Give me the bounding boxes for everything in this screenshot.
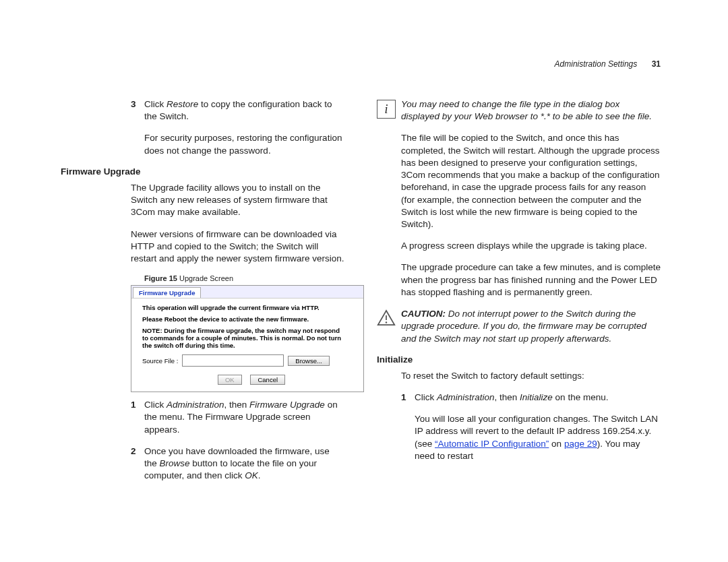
header-page-number: 31 (652, 59, 661, 69)
figure-cancel-button[interactable]: Cancel (250, 375, 285, 385)
caution-icon (377, 309, 396, 328)
step-3-note: For security purposes, restoring the con… (131, 132, 344, 156)
figure-15-caption: Figure 15 Upgrade Screen (144, 274, 344, 282)
automatic-ip-link[interactable]: “Automatic IP Configuration” (435, 439, 549, 449)
firmware-step-2: 2 Once you have downloaded the firmware,… (131, 445, 344, 482)
info-icon: i (377, 100, 396, 119)
figure-note: NOTE: During the firmware upgrade, the s… (142, 327, 344, 349)
progress-screen-paragraph: A progress screen displays while the upg… (401, 240, 661, 252)
svg-point-2 (386, 321, 387, 323)
figure-line-2: Please Reboot the device to activate the… (142, 315, 361, 323)
initialize-note: You will lose all your configuration cha… (401, 413, 661, 462)
firmware-upgrade-heading: Firmware Upgrade (61, 166, 344, 177)
figure-browse-button[interactable]: Browse... (288, 356, 330, 366)
header-section: Administration Settings (555, 59, 638, 69)
firmware-paragraph-2: Newer versions of firmware can be downlo… (131, 228, 344, 266)
figure-line-1: This operation will upgrade the current … (142, 304, 361, 311)
right-column: i You may need to change the file type i… (377, 98, 661, 492)
left-column: 3 Click Restore to copy the configuratio… (61, 98, 344, 492)
figure-ok-button[interactable]: OK (218, 375, 242, 385)
figure-source-input[interactable] (182, 354, 284, 367)
file-type-note: You may need to change the file type in … (401, 98, 661, 123)
figure-tab: Firmware Upgrade (133, 287, 201, 298)
caution-text: CAUTION: Do not interrupt power to the S… (401, 308, 661, 345)
step-3: 3 Click Restore to copy the configuratio… (131, 98, 344, 123)
figure-source-label: Source File : (142, 357, 178, 365)
initialize-heading: Initialize (377, 354, 661, 365)
upgrade-duration-paragraph: The upgrade procedure can take a few min… (401, 261, 661, 299)
initialize-intro: To reset the Switch to factory default s… (401, 370, 661, 382)
step-3-number: 3 (131, 98, 144, 123)
firmware-step-1: 1 Click Administration, then Firmware Up… (131, 399, 344, 436)
page-29-link[interactable]: page 29 (564, 439, 597, 449)
initialize-step-1: 1 Click Administration, then Initialize … (401, 392, 661, 404)
firmware-paragraph-1: The Upgrade facility allows you to insta… (131, 182, 344, 219)
figure-15-upgrade-screen: Firmware Upgrade This operation will upg… (131, 285, 364, 392)
running-header: Administration Settings 31 (555, 59, 661, 69)
copy-restart-paragraph: The file will be copied to the Switch, a… (401, 132, 661, 230)
